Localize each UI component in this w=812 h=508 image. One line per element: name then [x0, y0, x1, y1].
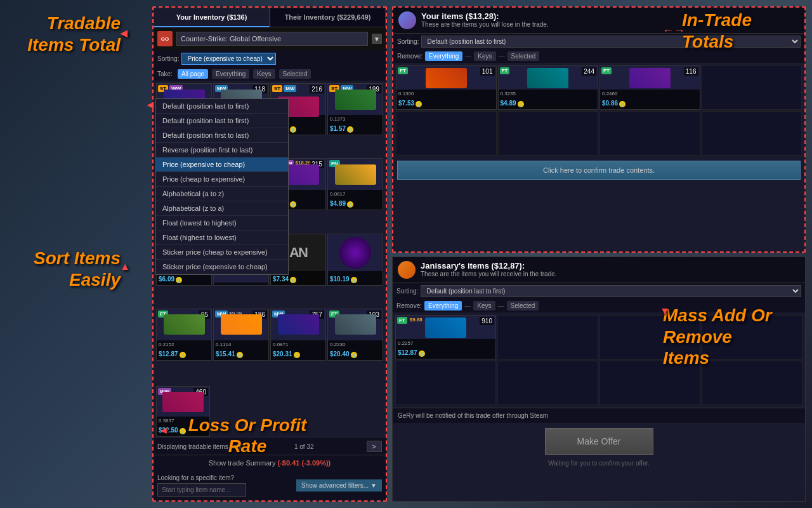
dropdown-item-6[interactable]: Alphabetical (a to z): [156, 187, 288, 201]
inventory-tabs: Your Inventory ($136) Their Inventory ($…: [154, 8, 386, 27]
notify-text: GeRy will be notified of this trade offe…: [393, 408, 805, 423]
advanced-filters-btn[interactable]: Show advanced filters... ▼: [296, 479, 382, 491]
dropdown-item-8[interactable]: Float (lowest to highest): [156, 216, 288, 231]
take-keys-btn[interactable]: Keys: [253, 69, 275, 79]
take-selected-btn[interactable]: Selected: [279, 69, 311, 79]
jan-remove-everything-btn[interactable]: Everything: [424, 301, 462, 311]
game-select-arrow[interactable]: ▼: [372, 34, 382, 44]
your-item-empty-4[interactable]: [702, 111, 802, 156]
sort-items-annotation: Sort ItemsEasily ▲: [10, 248, 121, 290]
sort-dropdown: Default (position last to first) Default…: [155, 98, 289, 275]
next-page-btn[interactable]: >: [367, 441, 382, 452]
sort-bar: Sorting: Price (expensive to cheap): [154, 50, 386, 67]
your-item-empty-2[interactable]: [498, 111, 599, 156]
jan-item-0[interactable]: FT$9.88 910 0.2257$12.87g: [395, 315, 496, 359]
dropdown-item-0[interactable]: Default (position last to first): [156, 99, 288, 114]
dropdown-item-3[interactable]: Reverse (position first to last): [156, 143, 288, 157]
janissary-sort-select[interactable]: Default (position last to first): [421, 285, 801, 297]
your-items-grid: FT 101 0.1300$7.53g FT 244 0.3235$4.89g …: [393, 63, 804, 158]
your-item-empty-0[interactable]: [702, 65, 802, 110]
dropdown-item-10[interactable]: Sticker price (cheap to expensive): [156, 245, 288, 260]
janissary-sort-bar: Sorting: Default (position last to first…: [393, 283, 805, 299]
dropdown-item-1[interactable]: Default (position last to first): [156, 114, 288, 128]
their-inventory-tab[interactable]: Their Inventory ($229,649): [270, 8, 386, 27]
search-input[interactable]: [157, 483, 246, 497]
right-panel: Your items ($13,28): These are the items…: [392, 6, 806, 502]
janissary-panel: Janissary's items ($12,87): These are th…: [392, 257, 806, 502]
confirm-trade-btn[interactable]: Click here to confirm trade contents.: [397, 161, 801, 180]
jan-item-empty-0[interactable]: [497, 315, 598, 359]
in-trade-annotation: In-TradeTotals: [682, 10, 809, 52]
dropdown-item-2[interactable]: Default (position first to last): [156, 128, 288, 143]
waiting-text: Waiting for you to confirm your offer.: [393, 460, 805, 472]
mass-add-annotation: Mass Add OrRemoveItems ▼: [663, 305, 809, 369]
in-trade-arrow: ←→: [662, 24, 685, 37]
item-cell-12[interactable]: FT 95 0.2152$12.87g: [156, 309, 212, 361]
your-item-1[interactable]: FT 244 0.3235$4.89g: [498, 65, 599, 110]
item-cell-15[interactable]: FT 103 0.2230$20.40g: [327, 309, 383, 361]
sort-select[interactable]: Price (expensive to cheap): [181, 53, 276, 65]
tradable-items-annotation: Tradable Items Total ◄: [10, 13, 121, 55]
your-item-empty-1[interactable]: [396, 111, 497, 156]
make-offer-btn[interactable]: Make Offer: [545, 428, 653, 455]
dropdown-item-5[interactable]: Price (cheap to expensive): [156, 172, 288, 187]
item-cell-14[interactable]: MW 757 0.0871$20.31g: [270, 309, 326, 361]
your-item-2[interactable]: FT 116 0.2460$0.86g: [599, 65, 700, 110]
dropdown-item-11[interactable]: Sticker price (expensive to cheap): [156, 260, 288, 274]
dropdown-arrow: ◄: [145, 98, 156, 112]
your-remove-keys-btn[interactable]: Keys: [474, 51, 495, 61]
search-bar: Looking for a specific item? Show advanc…: [154, 471, 386, 500]
item-cell-11[interactable]: $10.19g: [327, 234, 383, 286]
jan-item-empty-3[interactable]: [395, 361, 496, 405]
janissary-header: Janissary's items ($12,87): These are th…: [393, 257, 805, 283]
take-everything-btn[interactable]: Everything: [212, 69, 249, 79]
your-remove-selected-btn[interactable]: Selected: [508, 51, 540, 61]
jan-item-empty-4[interactable]: [497, 361, 598, 405]
your-remove-everything-btn[interactable]: Everything: [425, 51, 462, 61]
jan-remove-keys-btn[interactable]: Keys: [473, 301, 495, 311]
your-avatar: [398, 11, 416, 29]
take-allpage-btn[interactable]: All page: [178, 69, 208, 79]
jan-remove-selected-btn[interactable]: Selected: [507, 301, 539, 311]
loss-profit-annotation: Loss Or ProfitRate ◄: [171, 415, 324, 457]
filter-bar: Take: All page Everything Keys Selected: [154, 67, 386, 81]
dropdown-item-7[interactable]: Alphabetical (z to a): [156, 201, 288, 216]
item-cell-3[interactable]: STMW 199 0.1373$1.57g: [327, 83, 383, 135]
dropdown-item-4[interactable]: Price (expensive to cheap): [156, 157, 288, 172]
game-selector: GO Counter-Strike: Global Offensive ▼: [154, 27, 386, 50]
janissary-avatar: [398, 261, 416, 279]
your-item-0[interactable]: FT 101 0.1300$7.53g: [396, 65, 497, 110]
your-item-empty-3[interactable]: [599, 111, 700, 156]
game-select[interactable]: Counter-Strike: Global Offensive: [176, 32, 368, 46]
your-inventory-tab[interactable]: Your Inventory ($136): [154, 8, 270, 27]
item-cell-7[interactable]: FN 0.0817$4.89g: [327, 158, 383, 210]
dropdown-item-9[interactable]: Float (highest to lowest): [156, 231, 288, 245]
csgo-icon: GO: [157, 31, 173, 46]
item-cell-13[interactable]: MW$9.28 186 0.1114$15.41g: [213, 309, 269, 361]
